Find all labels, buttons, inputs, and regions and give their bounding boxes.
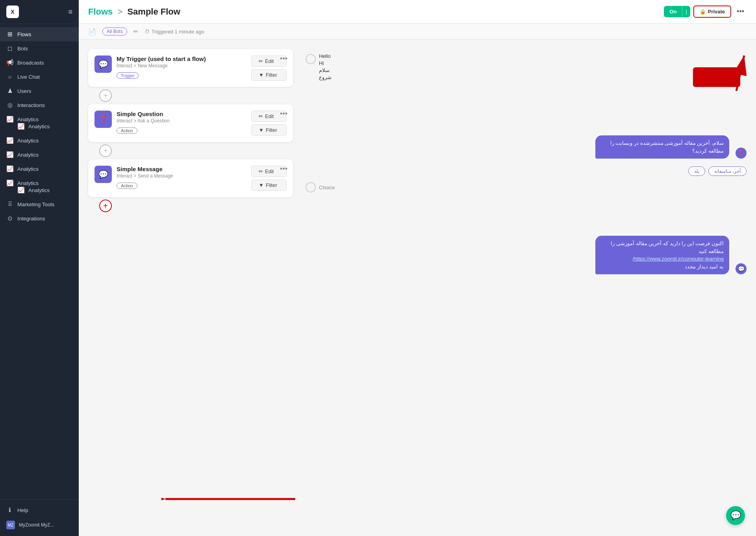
sidebar-footer: ℹ Help MZ MyZoomit MyZ... (0, 499, 79, 536)
sidebar-label-help: Help (17, 507, 28, 513)
analytics1b-icon: 📈 (17, 123, 24, 130)
sidebar-item-marketing[interactable]: ⠿ Marketing Tools (0, 197, 79, 211)
trigger-card-subtitle: Interact > New Message (117, 63, 246, 68)
connector-1: + (88, 87, 293, 104)
sidebar-header: X ≡ (0, 0, 79, 24)
livechat-icon: ○ (6, 73, 13, 80)
edit-icon: ✏ (259, 58, 263, 64)
trigger-time: ⏱ Triggered 1 minute ago (145, 29, 204, 35)
flows-icon: ⊞ (6, 31, 13, 38)
float-chat-icon: 💬 (730, 510, 741, 521)
sidebar-nav: ⊞ Flows ◻ Bots 📢 Broadcasts ○ Live Chat … (0, 24, 79, 499)
topbar: Flows > Sample Flow On | 🔒 Private ••• (79, 0, 756, 24)
sidebar-item-broadcasts[interactable]: 📢 Broadcasts (0, 55, 79, 70)
question-filter-button[interactable]: ▼ Filter (251, 124, 287, 136)
preview-spacer-1 (306, 88, 747, 131)
analytics5-icon: 📈 (6, 179, 13, 187)
users-icon: ♟ (6, 87, 13, 94)
message-card: 💬 Simple Message Interact > Send a Messa… (88, 159, 293, 197)
sidebar-item-analytics2[interactable]: 📈 Analytics (0, 133, 79, 148)
topbar-actions: On | 🔒 Private ••• (664, 6, 747, 18)
add-node-button-2[interactable]: + (99, 144, 112, 157)
filter-icon2: ▼ (259, 127, 264, 133)
subheader: 📄 All Bots ✏ ⏱ Triggered 1 minute ago (79, 24, 756, 40)
message-bubble-icon: 💬 (736, 263, 747, 274)
float-chat-button[interactable]: 💬 (726, 506, 745, 525)
hamburger-menu[interactable]: ≡ (68, 8, 72, 16)
sidebar-item-analytics1[interactable]: 📈 Analytics 📈 Analytics (0, 112, 79, 133)
interactions-icon: ◎ (6, 102, 13, 109)
help-icon: ℹ (6, 506, 13, 514)
message-link[interactable]: https://www.zoomit.ir/computer-learning/ (633, 256, 724, 262)
question-badge: Action (117, 128, 137, 134)
on-toggle: On | (664, 6, 690, 17)
trigger-card-header: 💬 My Trigger (used to start a flow) Inte… (94, 55, 287, 81)
sidebar-item-analytics3[interactable]: 📈 Analytics (0, 148, 79, 162)
on-button[interactable]: On (664, 6, 682, 17)
sidebar-item-account[interactable]: MZ MyZoomit MyZ... (0, 517, 79, 533)
question-card-icon: ❓ (94, 111, 112, 128)
chat-line-hi: Hi (319, 60, 332, 66)
sidebar-label-analytics5b: Analytics (28, 187, 50, 193)
trigger-filter-button[interactable]: ▼ Filter (251, 69, 287, 81)
analytics4-icon: 📈 (6, 165, 13, 172)
analytics1-icon: 📈 (6, 116, 13, 123)
chat-line-hello: Hello (319, 53, 332, 59)
chat-line-shoru: شروع (319, 74, 332, 80)
choice-akhir[interactable]: آخر، متاسفانه (708, 166, 747, 176)
question-card-header: ❓ Simple Question Interact > Ask a Quest… (94, 111, 287, 136)
question-card-subtitle: Interact > Ask a Question (117, 118, 246, 124)
sidebar-item-bots[interactable]: ◻ Bots (0, 41, 79, 55)
trigger-card: 💬 My Trigger (used to start a flow) Inte… (88, 49, 293, 87)
chat-row-1: Hello Hi سلام شروع (306, 53, 747, 80)
connector-3: + (88, 197, 293, 214)
question-card: ❓ Simple Question Interact > Ask a Quest… (88, 104, 293, 142)
choice-bale[interactable]: بله (688, 166, 705, 176)
flow-name: Sample Flow (127, 7, 180, 17)
trigger-card-title: My Trigger (used to start a flow) (117, 55, 246, 62)
flow-column: 💬 My Trigger (used to start a flow) Inte… (88, 49, 293, 527)
sidebar-item-integrations[interactable]: ⊙ Integrations (0, 211, 79, 225)
account-avatar: MZ (6, 521, 15, 529)
chat-line-salam: سلام (319, 67, 332, 73)
filter-icon: ▼ (259, 72, 264, 78)
choice-row: Choice (306, 182, 747, 192)
sidebar-item-interactions[interactable]: ◎ Interactions (0, 98, 79, 112)
sidebar-item-livechat[interactable]: ○ Live Chat (0, 70, 79, 84)
question-choices: بله آخر، متاسفانه (306, 166, 747, 176)
message-card-header: 💬 Simple Message Interact > Send a Messa… (94, 166, 287, 191)
question-bubble-icon: ❓ (736, 148, 747, 159)
message-card-title: Simple Message (117, 166, 246, 172)
edit-pencil-icon[interactable]: ✏ (133, 28, 138, 35)
sidebar-item-analytics4[interactable]: 📈 Analytics (0, 162, 79, 176)
sidebar-item-help[interactable]: ℹ Help (0, 503, 79, 517)
message-filter-button[interactable]: ▼ Filter (251, 179, 287, 191)
question-card-content: Simple Question Interact > Ask a Questio… (117, 111, 246, 134)
trigger-card-icon: 💬 (94, 55, 112, 73)
all-bots-tag[interactable]: All Bots (102, 28, 127, 35)
question-card-menu[interactable]: ••• (280, 110, 287, 118)
preview-spacer-2 (306, 200, 747, 232)
question-bubble: سلام، آخرین مقاله آموزشی منتشرشده در وبس… (595, 135, 729, 159)
trigger-badge: Trigger (117, 72, 139, 79)
sidebar-item-flows[interactable]: ⊞ Flows (0, 27, 79, 41)
message-card-icon: 💬 (94, 166, 112, 183)
sidebar-item-analytics5[interactable]: 📈 Analytics 📈 Analytics (0, 176, 79, 197)
on-divider[interactable]: | (682, 6, 690, 17)
canvas: 💬 My Trigger (used to start a flow) Inte… (79, 40, 756, 536)
message-card-menu[interactable]: ••• (280, 165, 287, 173)
analytics2-icon: 📈 (6, 137, 13, 144)
more-button[interactable]: ••• (734, 6, 747, 17)
trigger-card-menu[interactable]: ••• (280, 55, 287, 63)
sidebar-item-users[interactable]: ♟ Users (0, 84, 79, 98)
add-node-button-3[interactable]: + (99, 200, 112, 212)
breadcrumb-flows[interactable]: Flows (88, 7, 113, 17)
trigger-time-text: Triggered 1 minute ago (152, 29, 204, 35)
add-node-button-1[interactable]: + (99, 89, 112, 102)
app-logo: X (6, 6, 19, 18)
private-button[interactable]: 🔒 Private (693, 6, 731, 18)
sidebar-label-interactions: Interactions (17, 102, 45, 108)
choice-circle (306, 182, 316, 192)
sidebar-label-broadcasts: Broadcasts (17, 60, 44, 66)
preview-trigger: Hello Hi سلام شروع (306, 53, 747, 84)
